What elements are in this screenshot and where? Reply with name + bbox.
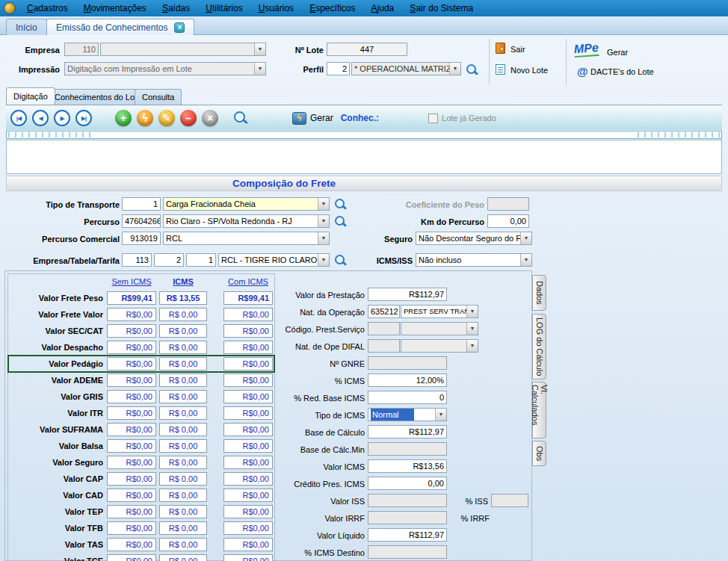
search-icon[interactable] [333,197,347,211]
credito-field[interactable]: 0,00 [368,477,447,490]
value-icms-field[interactable]: R$ 0,00 [159,324,207,338]
p-red-base-field[interactable]: 0 [368,391,447,404]
km-percurso-field[interactable]: 0,00 [487,214,529,228]
value-sem-icms-field[interactable]: R$0,00 [107,505,156,518]
value-sem-icms-field[interactable]: R$0,00 [107,489,156,502]
nat-operacao-combo[interactable]: PREST SERV TRANSI ▼ [401,305,478,318]
value-sem-icms-field[interactable]: R$0,00 [107,341,156,354]
exit-door-icon[interactable] [496,43,505,54]
value-icms-field[interactable]: R$ 0,00 [159,538,207,551]
tab-emissao-conhecimentos[interactable]: Emissão de Conhecimentos × [46,19,194,35]
conhecimentos-list[interactable] [6,140,722,174]
seguro-combo[interactable]: Não Descontar Seguro do Frete P ▼ [416,232,532,245]
value-sem-icms-field[interactable]: R$0,00 [107,521,156,535]
side-tab-dados[interactable]: Dados [532,275,546,311]
tabela-tabela-field[interactable]: 2 [154,253,184,267]
perfil-combo[interactable]: * OPERACIONAL MATRIZ ▼ [351,62,461,75]
value-sem-icms-field[interactable]: R$0,00 [107,390,156,403]
lote-field[interactable]: 447 [327,43,407,56]
side-tab-vl-calculados[interactable]: Vl. Calculados [532,382,546,438]
value-icms-field[interactable]: R$ 0,00 [159,489,207,502]
subtab-digitacao[interactable]: Digitação [6,87,55,105]
tab-inicio[interactable]: Início [6,19,47,35]
menu-item[interactable]: Usuários [252,1,300,16]
value-icms-field[interactable]: R$ 0,00 [159,439,207,453]
tabela-combo[interactable]: RCL - TIGRE RIO CLARO ▼ [218,253,330,267]
chevron-down-icon[interactable]: ▼ [466,306,478,317]
last-record-icon[interactable]: ▶| [75,110,92,126]
next-record-icon[interactable]: ▶ [54,110,70,126]
p-icms-field[interactable]: 12,00% [368,374,447,387]
chevron-down-icon[interactable]: ▼ [318,232,329,244]
subtab-conhecimentos-lote[interactable]: Conhecimentos do Lote [47,89,149,105]
value-sem-icms-field[interactable]: R$0,00 [107,406,156,420]
perfil-code-field[interactable]: 2 [327,62,350,75]
base-calculo-field[interactable]: R$112,97 [368,425,447,438]
previous-record-icon[interactable]: ◀ [32,110,49,126]
percurso-comercial-combo[interactable]: RCL ▼ [163,232,330,245]
search-icon[interactable] [333,253,347,267]
menu-item[interactable]: Sair do Sistema [403,1,480,16]
liquido-field[interactable]: R$112,97 [368,528,447,542]
tabela-tarifa-field[interactable]: 1 [186,253,216,267]
side-tab-log-calculo[interactable]: LOG do Cálculo [532,314,546,379]
first-record-icon[interactable]: |◀ [10,110,27,126]
add-record-icon[interactable]: + [115,110,132,126]
chevron-down-icon[interactable]: ▼ [318,254,329,266]
chevron-down-icon[interactable]: ▼ [449,63,460,75]
value-sem-icms-field[interactable]: R$0,00 [107,308,156,321]
value-sem-icms-field[interactable]: R$0,00 [107,538,156,551]
menu-item[interactable]: Ajuda [365,1,401,16]
chevron-down-icon[interactable]: ▼ [520,232,531,244]
tipo-transporte-code[interactable]: 1 [122,197,161,211]
value-icms-field[interactable]: R$ 0,00 [159,390,207,403]
value-icms-field[interactable]: R$ 0,00 [159,341,207,354]
new-lot-icon[interactable] [496,64,505,75]
tabela-empresa-field[interactable]: 113 [122,253,152,267]
icms-iss-combo[interactable]: Não incluso ▼ [416,253,532,267]
value-icms-field[interactable]: R$ 0,00 [159,357,207,371]
subtab-consulta[interactable]: Consulta [135,89,182,105]
close-icon[interactable]: × [174,22,185,33]
percurso-comercial-code[interactable]: 913019 [122,232,161,245]
value-sem-icms-field[interactable]: R$0,00 [107,439,156,453]
search-icon[interactable] [232,110,249,126]
menu-item[interactable]: Utilitários [199,1,249,16]
value-icms-field[interactable]: R$ 0,00 [159,456,207,469]
sair-button[interactable]: Sair [510,45,525,54]
chevron-down-icon[interactable]: ▼ [435,409,446,421]
value-sem-icms-field[interactable]: R$0,00 [107,456,156,469]
value-icms-field[interactable]: R$ 0,00 [159,472,207,486]
value-icms-field[interactable]: R$ 0,00 [159,374,207,387]
menu-item[interactable]: Cadastros [20,1,75,16]
percurso-combo[interactable]: Rio Claro - SP/Volta Redonda - RJ ▼ [163,214,330,228]
generate-icon[interactable] [292,112,306,125]
value-sem-icms-field[interactable]: R$0,00 [107,357,156,371]
value-icms-field[interactable]: R$ 0,00 [159,406,207,420]
chevron-down-icon[interactable]: ▼ [318,215,329,227]
value-icms-field[interactable]: R$ 0,00 [159,505,207,518]
value-icms-field[interactable]: R$ 0,00 [159,423,207,436]
prestacao-field[interactable]: R$112,97 [368,288,447,301]
chevron-down-icon[interactable]: ▼ [318,198,329,210]
menu-item[interactable]: Saídas [155,1,197,16]
value-sem-icms-field[interactable]: R$0,00 [107,423,156,436]
toolbar-gerar-button[interactable]: Gerar [310,113,333,123]
search-icon[interactable] [465,63,478,76]
search-icon[interactable] [333,214,347,228]
percurso-code[interactable]: 47604266 [122,214,161,228]
value-sem-icms-field[interactable]: R$0,00 [107,374,156,387]
chevron-down-icon[interactable]: ▼ [520,254,531,266]
value-icms-field[interactable]: R$ 13,55 [159,291,207,305]
post-record-icon[interactable]: ϟ [137,110,153,126]
value-sem-icms-field[interactable]: R$0,00 [107,472,156,486]
tipo-icms-combo[interactable]: Normal ▼ [368,408,447,421]
dacte-button[interactable]: DACTE's do Lote [590,67,654,76]
novo-lote-button[interactable]: Novo Lote [510,66,548,75]
value-sem-icms-field[interactable]: R$0,00 [107,554,156,561]
value-icms-field[interactable]: R$ 0,00 [159,554,207,561]
value-sem-icms-field[interactable]: R$99,41 [107,291,156,305]
delete-record-icon[interactable]: – [180,110,197,126]
gerar-button[interactable]: Gerar [607,48,628,57]
edit-record-icon[interactable]: ✎ [158,110,175,126]
